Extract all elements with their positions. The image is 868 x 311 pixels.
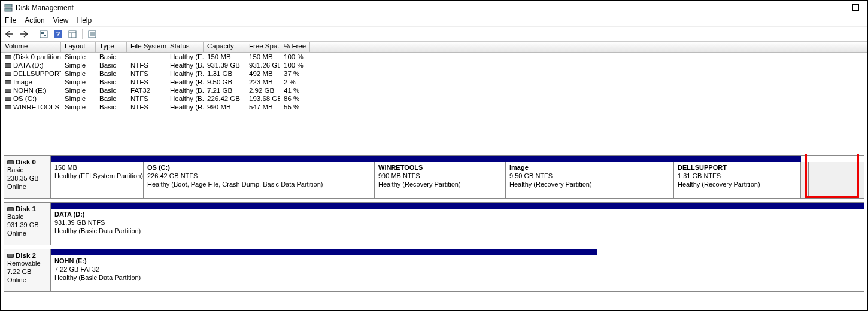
menu-view[interactable]: View [53,16,69,25]
col-volume[interactable]: Volume [1,42,61,52]
disk-row-2[interactable]: Disk 2 Removable 7.22 GB Online NOHN (E:… [4,249,864,292]
svg-rect-1 [5,8,12,11]
volume-row[interactable]: DELLSUPPORTSimpleBasicNTFSHealthy (R...1… [1,69,867,78]
volume-list: Volume Layout Type File System Status Ca… [1,42,867,154]
forward-button[interactable] [18,28,30,40]
volume-row[interactable]: WINRETOOLSSimpleBasicNTFSHealthy (R...99… [1,103,867,111]
drive-icon [5,105,11,109]
drive-icon [5,97,11,101]
volume-row[interactable]: (Disk 0 partition 1)SimpleBasicHealthy (… [1,53,867,61]
volume-row[interactable]: OS (C:)SimpleBasicNTFSHealthy (B...226.4… [1,94,867,103]
svg-text:?: ? [56,31,60,38]
partition-efi[interactable]: 150 MB Healthy (EFI System Partition) [51,162,144,198]
disk-row-0[interactable]: Disk 0 Basic 238.35 GB Online 150 MB Hea… [4,156,864,199]
partition-small1[interactable] [801,162,809,198]
disk-partitions-1: DATA (D:) 931.39 GB NTFS Healthy (Basic … [51,203,864,245]
col-type[interactable]: Type [96,42,127,52]
col-capacity[interactable]: Capacity [204,42,245,52]
drive-icon [5,80,11,84]
drive-icon [5,63,11,68]
menubar: File Action View Help [1,14,867,26]
col-pct-free[interactable]: % Free [280,42,310,52]
partition-winretools[interactable]: WINRETOOLS 990 MB NTFS Healthy (Recovery… [375,162,506,198]
volume-row[interactable]: DATA (D:)SimpleBasicNTFSHealthy (B...931… [1,61,867,69]
disk-info-2: Disk 2 Removable 7.22 GB Online [4,249,51,291]
partition-image[interactable]: Image 9.50 GB NTFS Healthy (Recovery Par… [506,162,674,198]
disk-partitions-0: 150 MB Healthy (EFI System Partition) OS… [51,156,864,198]
partition-dellsupport[interactable]: DELLSUPPORT 1.31 GB NTFS Healthy (Recove… [674,162,801,198]
titlebar: Disk Management — [1,1,867,14]
col-spacer[interactable] [310,42,867,52]
partition-nohn-e[interactable]: NOHN (E:) 7.22 GB FAT32 Healthy (Basic D… [51,255,597,291]
disk-row-1[interactable]: Disk 1 Basic 931.39 GB Online DATA (D:) … [4,202,864,245]
volume-list-rows: (Disk 0 partition 1)SimpleBasicHealthy (… [1,53,867,111]
svg-rect-4 [41,32,44,34]
svg-rect-5 [44,35,46,36]
properties-button[interactable] [86,28,98,40]
volume-row[interactable]: NOHN (E:)SimpleBasicFAT32Healthy (B...7.… [1,86,867,94]
drive-icon [5,89,11,93]
menu-file[interactable]: File [5,16,16,25]
help-button[interactable]: ? [52,28,64,40]
partition-os-c[interactable]: OS (C:) 226.42 GB NTFS Healthy (Boot, Pa… [144,162,375,198]
partition-unallocated[interactable] [809,162,864,198]
drive-icon [5,55,11,59]
disk-management-window: Disk Management — File Action View Help … [0,0,868,311]
disk-icon [7,207,14,211]
refresh-button[interactable] [38,28,50,40]
minimize-button[interactable]: — [828,2,846,14]
app-icon [4,3,13,13]
volume-list-header: Volume Layout Type File System Status Ca… [1,42,867,53]
col-filesystem[interactable]: File System [127,42,166,52]
disk-partitions-2: NOHN (E:) 7.22 GB FAT32 Healthy (Basic D… [51,249,597,291]
partition-data-d[interactable]: DATA (D:) 931.39 GB NTFS Healthy (Basic … [51,209,864,245]
volume-row[interactable]: ImageSimpleBasicNTFSHealthy (R...9.50 GB… [1,78,867,86]
settings-button[interactable] [66,28,78,40]
toolbar-separator [34,29,34,39]
disk-info-1: Disk 1 Basic 931.39 GB Online [4,203,51,245]
drive-icon [5,72,11,76]
svg-rect-0 [5,4,12,7]
col-status[interactable]: Status [166,42,204,52]
disk-icon [7,160,14,164]
menu-help[interactable]: Help [77,16,92,25]
maximize-button[interactable] [846,2,864,14]
svg-rect-8 [69,31,76,38]
svg-rect-2 [852,5,858,11]
window-title: Disk Management [16,4,74,12]
disk-graphical-view: Disk 0 Basic 238.35 GB Online 150 MB Hea… [1,154,867,310]
back-button[interactable] [4,28,16,40]
disk-icon [7,254,14,258]
toolbar: ? [1,26,867,42]
disk-info-0: Disk 0 Basic 238.35 GB Online [4,156,51,198]
toolbar-separator [82,29,83,39]
menu-action[interactable]: Action [25,16,44,25]
col-layout[interactable]: Layout [61,42,96,52]
col-free[interactable]: Free Spa... [245,42,280,52]
